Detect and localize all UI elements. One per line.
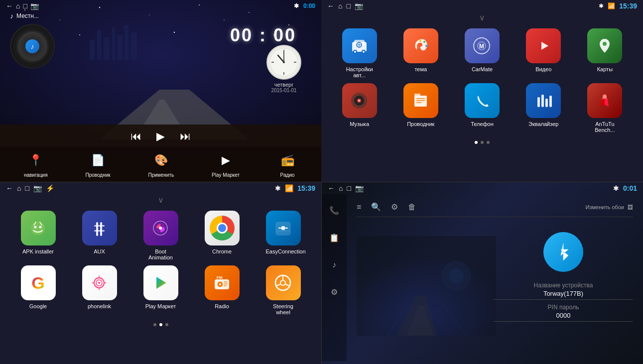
bluetooth-status-icon: ✱: [613, 184, 619, 192]
home-icon[interactable]: ⌂: [16, 2, 20, 10]
back-icon[interactable]: ←: [328, 184, 335, 192]
app-easy-label: EasyConnection: [266, 248, 301, 254]
page-dot-3[interactable]: [487, 141, 490, 144]
nav-navigation-label: навигация: [24, 172, 48, 178]
phone-icon: [465, 83, 500, 118]
app-maps[interactable]: Карты: [577, 28, 633, 78]
svg-rect-73: [281, 226, 285, 230]
screenshot-icon[interactable]: 📷: [355, 2, 363, 10]
svg-point-40: [417, 46, 419, 48]
app-files-label: Проводник: [407, 121, 434, 127]
svg-rect-58: [537, 97, 540, 107]
bt-content-area: Название устройства Torway(177B) PIN пар…: [357, 222, 633, 336]
status-icons: ✱ 📶 15:39: [599, 2, 637, 10]
bt-search-icon[interactable]: 🔍: [371, 202, 381, 212]
scroll-down-indicator-2[interactable]: ∨: [0, 194, 321, 206]
page-dot-bl-3[interactable]: [165, 323, 168, 326]
status-bar-bottom-right: ← ⌂ □ 📷 ✱ 0:01: [322, 182, 643, 194]
page-dot-bl-2[interactable]: [159, 323, 162, 326]
bluetooth-icon: ✱: [599, 2, 604, 9]
svg-text:M: M: [479, 43, 484, 50]
screenshot-icon[interactable]: 📷: [33, 184, 42, 192]
recent-icon[interactable]: □: [347, 184, 351, 192]
nav-apply-label: Применить: [148, 172, 174, 178]
files-app-icon: [403, 83, 438, 118]
svg-point-48: [603, 42, 607, 46]
bt-delete-icon[interactable]: 🗑: [408, 203, 416, 212]
back-icon[interactable]: ←: [327, 2, 334, 10]
back-icon[interactable]: ←: [6, 184, 13, 192]
app-antutu-label: AnTuTu Bench...: [587, 121, 622, 133]
home-icon[interactable]: ⌂: [338, 2, 342, 10]
svg-rect-59: [541, 95, 544, 107]
app-antutu[interactable]: AnTuTu Bench...: [577, 83, 633, 133]
app-files[interactable]: Проводник: [392, 83, 449, 133]
page-dot-1[interactable]: [475, 141, 478, 144]
device-name-label: Название устройства: [494, 282, 633, 289]
app-steering-wheel[interactable]: Steering wheel: [255, 265, 311, 315]
bt-sidebar-phone[interactable]: 📞: [325, 202, 343, 219]
app-grid-bottom-row1: APK installer AUX: [0, 206, 321, 320]
nav-radio-label: Радио: [280, 172, 295, 178]
app-boot-animation[interactable]: Boot Animation: [132, 211, 189, 260]
vinyl-center-button[interactable]: ♪: [25, 39, 39, 53]
app-video[interactable]: Видео: [515, 28, 572, 78]
bt-connect-icon[interactable]: ⚙: [391, 202, 398, 212]
app-phone-label: Телефон: [471, 121, 494, 127]
nav-files-label: Проводник: [85, 172, 110, 178]
app-easy-connection[interactable]: EasyConnection: [255, 211, 311, 260]
app-car-settings[interactable]: Настройки авт...: [331, 28, 387, 78]
bt-list-icon[interactable]: ≡: [357, 203, 361, 212]
app-play-market[interactable]: Play Маркет: [132, 265, 189, 315]
status-bar-bottom-left: ← ⌂ □ 📷 ⚡ ✱ 📶 15:39: [0, 182, 321, 194]
prev-button[interactable]: ⏮: [130, 130, 141, 143]
app-drawer-screen-1: ← ⌂ □ 📷 ✱ 📶 15:39 ∨: [321, 0, 643, 182]
app-apk-installer[interactable]: APK installer: [10, 211, 66, 260]
bt-wallpaper-button[interactable]: Изменить обои 🖼: [586, 204, 633, 210]
screenshot-icon[interactable]: 📷: [355, 184, 364, 192]
clock-day: четверг: [266, 82, 301, 88]
page-dot-2[interactable]: [481, 141, 484, 144]
app-phonelink-label: phonelink: [88, 303, 111, 309]
svg-point-77: [98, 282, 100, 284]
back-icon[interactable]: ←: [6, 2, 13, 10]
home-icon[interactable]: ⌂: [339, 184, 343, 192]
svg-point-93: [449, 268, 464, 283]
play-button[interactable]: ▶: [156, 130, 165, 143]
app-music[interactable]: Музыка: [331, 83, 387, 133]
clock: 15:39: [297, 184, 315, 192]
app-aux[interactable]: AUX: [71, 211, 128, 260]
video-icon: [526, 28, 561, 63]
screenshot-icon[interactable]: 📷: [30, 2, 39, 10]
bt-sidebar-contacts[interactable]: 📋: [325, 229, 343, 246]
page-dot-bl-1[interactable]: [153, 323, 156, 326]
recent-icon[interactable]: □: [346, 2, 350, 10]
svg-point-43: [425, 45, 427, 47]
app-theme[interactable]: тема: [392, 28, 449, 78]
wifi-icon: 📶: [285, 184, 293, 192]
bt-sidebar-music[interactable]: ♪: [328, 256, 340, 273]
svg-rect-68: [94, 230, 105, 232]
carmate-icon: M: [465, 28, 500, 63]
app-chrome[interactable]: Chrome: [194, 211, 250, 260]
app-google[interactable]: G Google: [10, 265, 66, 315]
nav-files[interactable]: 📄 Проводник: [85, 150, 110, 178]
recent-icon[interactable]: □: [25, 184, 29, 192]
app-equalizer-label: Эквалайзер: [528, 121, 558, 127]
recent-icon[interactable]: □: [23, 2, 27, 10]
app-radio[interactable]: FM Radio: [194, 265, 250, 315]
bt-sidebar-settings[interactable]: ⚙: [327, 283, 342, 301]
nav-radio[interactable]: 📻 Радио: [277, 150, 297, 178]
app-equalizer[interactable]: Эквалайзер: [515, 83, 572, 133]
nav-playmarket[interactable]: ▶ Play Маркет: [212, 150, 240, 178]
next-button[interactable]: ⏭: [180, 130, 191, 143]
nav-apply[interactable]: 🎨 Применить: [148, 150, 174, 178]
app-carmate[interactable]: M CarMate: [454, 28, 510, 78]
nav-navigation[interactable]: 📍 навигация: [24, 150, 48, 178]
scroll-down-indicator[interactable]: ∨: [321, 12, 643, 23]
play-market-icon: [143, 265, 178, 300]
app-phonelink[interactable]: phonelink: [71, 265, 128, 315]
app-phone[interactable]: Телефон: [454, 83, 510, 133]
apply-icon: 🎨: [154, 154, 168, 167]
home-icon[interactable]: ⌂: [17, 184, 21, 192]
